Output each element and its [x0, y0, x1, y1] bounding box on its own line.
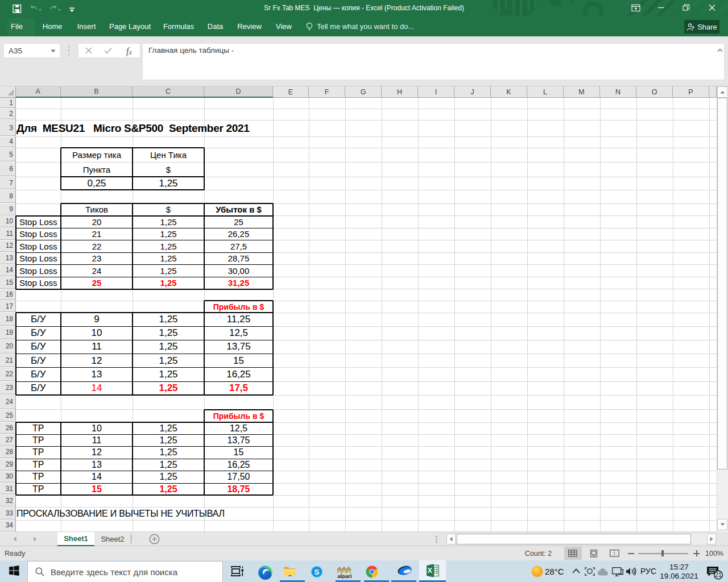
svg-text:fx: fx — [126, 46, 132, 56]
svg-text:21: 21 — [715, 571, 722, 578]
svg-text:S: S — [314, 568, 319, 576]
svg-text:X: X — [428, 567, 433, 575]
svg-text:alpari: alpari — [337, 573, 351, 579]
